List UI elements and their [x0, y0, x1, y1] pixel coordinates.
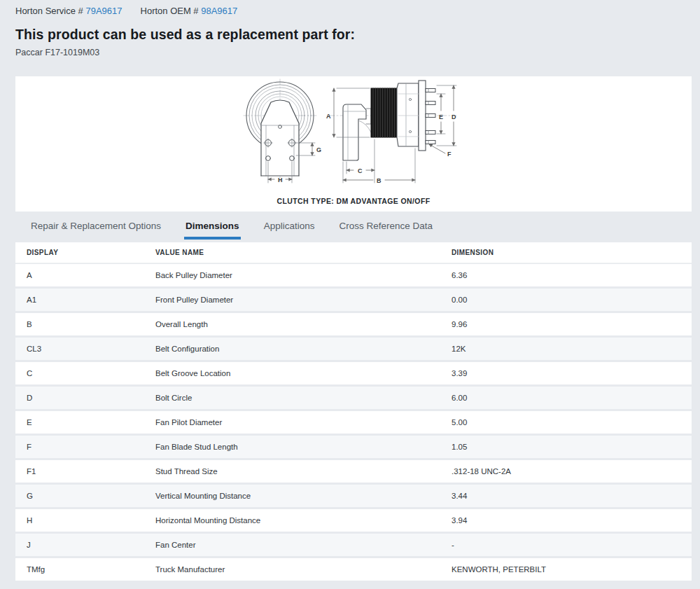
table-header-row: DISPLAY VALUE NAME DIMENSION — [15, 242, 692, 263]
clutch-type-caption: CLUTCH TYPE: DM ADVANTAGE ON/OFF — [15, 197, 692, 205]
cell-value-name: Fan Pilot Diameter — [155, 418, 451, 427]
cell-value-name: Fan Blade Stud Length — [155, 443, 451, 451]
cell-display: TMfg — [27, 565, 155, 574]
cell-dimension: 0.00 — [451, 296, 692, 304]
cell-dimension: 1.05 — [451, 443, 692, 451]
cell-display: E — [27, 418, 155, 427]
cell-display: D — [27, 394, 155, 402]
dimensions-table-body: ABack Pulley Diameter6.36A1Front Pulley … — [15, 264, 692, 581]
service-number-link[interactable]: 79A9617 — [85, 6, 122, 16]
cell-display: F1 — [27, 467, 155, 476]
column-header-value-name: VALUE NAME — [155, 249, 451, 256]
cell-dimension: KENWORTH, PETERBILT — [451, 565, 692, 574]
cell-value-name: Overall Length — [155, 320, 451, 328]
column-header-dimension: DIMENSION — [451, 249, 692, 256]
table-row: BOverall Length9.96 — [15, 313, 692, 335]
cell-value-name: Horizontal Mounting Distance — [155, 516, 451, 525]
cell-value-name: Belt Groove Location — [155, 369, 451, 377]
oem-number-link[interactable]: 98A9617 — [201, 6, 237, 16]
cell-value-name: Fan Center — [155, 541, 451, 549]
cell-value-name: Back Pulley Diameter — [155, 271, 451, 279]
dim-label-c: C — [358, 167, 363, 174]
dim-label-d: D — [451, 113, 456, 120]
oem-number-group: Horton OEM # 98A9617 — [141, 6, 238, 16]
cell-value-name: Stud Thread Size — [155, 467, 451, 476]
table-row: HHorizontal Mounting Distance3.94 — [15, 509, 692, 532]
cell-value-name: Belt Configuration — [155, 345, 451, 353]
part-numbers-bar: Horton Service # 79A9617Horton OEM # 98A… — [15, 6, 700, 16]
dim-label-a: A — [326, 113, 331, 120]
cell-display: B — [27, 320, 155, 328]
table-row: GVertical Mounting Distance3.44 — [15, 485, 692, 507]
dim-label-h: H — [278, 176, 283, 183]
cell-display: H — [27, 516, 155, 525]
cell-display: C — [27, 369, 155, 377]
cell-display: F — [27, 443, 155, 451]
cell-display: A — [27, 271, 155, 279]
cell-dimension: 3.44 — [451, 492, 692, 500]
dim-label-g: G — [316, 146, 321, 153]
dim-label-b: B — [377, 177, 382, 184]
cell-dimension: 9.96 — [451, 320, 692, 328]
table-row: JFan Center- — [15, 534, 692, 556]
cell-value-name: Truck Manufacturer — [155, 565, 451, 574]
tab-repair-replacement-options[interactable]: Repair & Replacement Options — [29, 221, 162, 240]
cell-display: G — [27, 492, 155, 500]
cell-dimension: - — [451, 541, 692, 549]
cell-dimension: 5.00 — [451, 418, 692, 427]
cell-dimension: 12K — [451, 345, 692, 353]
page-title: This product can be used as a replacemen… — [15, 27, 700, 43]
cell-dimension: 6.36 — [451, 271, 692, 279]
table-row: CBelt Groove Location3.39 — [15, 362, 692, 384]
service-number-group: Horton Service # 79A9617 — [15, 6, 122, 16]
tab-dimensions[interactable]: Dimensions — [184, 221, 241, 240]
table-row: ABack Pulley Diameter6.36 — [15, 264, 692, 286]
oem-number-label: Horton OEM # — [141, 6, 199, 16]
cell-value-name: Vertical Mounting Distance — [155, 492, 451, 500]
tabs: Repair & Replacement OptionsDimensionsAp… — [15, 212, 692, 240]
table-row: DBolt Circle6.00 — [15, 387, 692, 409]
cell-dimension: 3.94 — [451, 516, 692, 525]
tab-applications[interactable]: Applications — [262, 221, 316, 240]
tab-cross-reference-data[interactable]: Cross Reference Data — [337, 221, 434, 240]
technical-drawing-card: G H — [15, 76, 692, 212]
table-row: TMfgTruck ManufacturerKENWORTH, PETERBIL… — [15, 558, 692, 581]
dim-label-f: F — [447, 151, 451, 158]
replacement-part-name: Paccar F17-1019M03 — [15, 48, 700, 57]
table-row: EFan Pilot Diameter5.00 — [15, 411, 692, 434]
cell-dimension: 3.39 — [451, 369, 692, 377]
cell-value-name: Front Pulley Diameter — [155, 296, 451, 304]
table-row: F1Stud Thread Size.312-18 UNC-2A — [15, 460, 692, 483]
service-number-label: Horton Service # — [15, 6, 83, 16]
dimensions-table: DISPLAY VALUE NAME DIMENSION ABack Pulle… — [15, 242, 692, 581]
table-row: CL3Belt Configuration12K — [15, 338, 692, 360]
table-row: A1Front Pulley Diameter0.00 — [15, 289, 692, 311]
column-header-display: DISPLAY — [27, 249, 155, 256]
cell-display: CL3 — [27, 345, 155, 353]
cell-display: J — [27, 541, 155, 549]
cell-value-name: Bolt Circle — [155, 394, 451, 402]
cell-dimension: .312-18 UNC-2A — [451, 467, 692, 476]
cell-dimension: 6.00 — [451, 394, 692, 402]
table-row: FFan Blade Stud Length1.05 — [15, 436, 692, 458]
dim-label-e: E — [439, 113, 443, 120]
clutch-technical-drawing: G H — [238, 76, 469, 190]
cell-display: A1 — [27, 296, 155, 304]
